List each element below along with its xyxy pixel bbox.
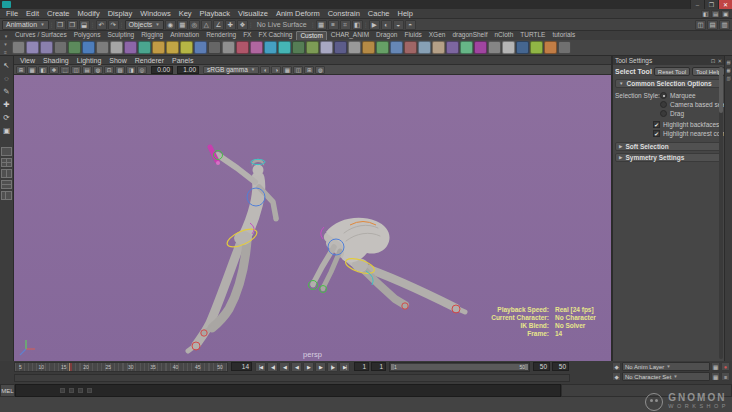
snap-icon[interactable]: ❖: [237, 20, 248, 30]
scale-tool-icon[interactable]: ▣: [1, 124, 13, 136]
character-set-icon[interactable]: ◆: [612, 372, 621, 381]
shelf-icon[interactable]: [418, 41, 431, 54]
workspace-icon[interactable]: ▣: [721, 10, 730, 18]
shelf-icon[interactable]: [54, 41, 67, 54]
command-line-language-toggle[interactable]: MEL: [0, 384, 15, 397]
layer-row-button[interactable]: ●: [721, 362, 730, 371]
section-symmetry-settings[interactable]: ▶ Symmetry Settings: [615, 153, 722, 162]
lasso-tool-icon[interactable]: ◌: [1, 72, 13, 84]
paint-select-tool-icon[interactable]: ✎: [1, 85, 13, 97]
go-to-start-button[interactable]: |◀: [255, 362, 266, 372]
viewport-toolbar-icon[interactable]: ◍: [93, 66, 103, 74]
snap-icon[interactable]: ◉: [165, 20, 176, 30]
tool-settings-header[interactable]: Tool Settings ⊡✕: [613, 56, 724, 65]
viewport-toolbar-icon[interactable]: ◧: [38, 66, 48, 74]
render-icon[interactable]: ◒: [393, 20, 404, 30]
timeline-track-strip[interactable]: [14, 374, 570, 382]
file-icon[interactable]: ❐: [67, 20, 78, 30]
shelf-tab-rendering[interactable]: Rendering: [203, 31, 239, 41]
reset-tool-button[interactable]: Reset Tool: [654, 67, 690, 76]
shelf-menu-column[interactable]: ▾ ≡: [1, 41, 10, 55]
radio-icon[interactable]: [660, 110, 667, 117]
playback-end-field[interactable]: 50: [533, 362, 550, 371]
menu-visualize[interactable]: Visualize: [234, 9, 272, 19]
snap-icon[interactable]: ∠: [213, 20, 224, 30]
panel-header-icon[interactable]: ✕: [717, 58, 722, 64]
checkbox-icon[interactable]: ✔: [653, 121, 660, 128]
sidebar-tab-icon[interactable]: ▦: [726, 67, 732, 73]
current-frame-marker[interactable]: [69, 363, 72, 371]
menu-windows[interactable]: Windows: [136, 9, 174, 19]
history-icon[interactable]: ◧: [352, 20, 363, 30]
shelf-tab-rigging[interactable]: Rigging: [138, 31, 166, 41]
shelf-icon[interactable]: [250, 41, 263, 54]
menu-display[interactable]: Display: [104, 9, 137, 19]
file-icon[interactable]: ⬓: [79, 20, 90, 30]
radio-icon[interactable]: [660, 101, 667, 108]
sidebar-tab-icon[interactable]: ▤: [726, 59, 732, 65]
shelf-tab-sculpting[interactable]: Sculpting: [104, 31, 137, 41]
shelf-icon[interactable]: [348, 41, 361, 54]
file-icon[interactable]: ❒: [55, 20, 66, 30]
viewport-toolbar-icon[interactable]: ▧: [115, 66, 125, 74]
shelf-tab-dragonshelf[interactable]: dragonShelf: [449, 31, 490, 41]
shelf-bars-icon[interactable]: ≡: [4, 49, 7, 55]
menu-constrain[interactable]: Constrain: [324, 9, 364, 19]
shelf-icon[interactable]: [306, 41, 319, 54]
exposure-field[interactable]: 0.00: [151, 66, 173, 74]
menu-modify[interactable]: Modify: [74, 9, 104, 19]
time-slider[interactable]: 5101520253035404550: [14, 362, 228, 372]
close-icon[interactable]: ✕: [718, 0, 732, 9]
playback-start-field[interactable]: 1: [371, 362, 386, 371]
tool-settings-scrollbar[interactable]: [719, 66, 723, 359]
sidebar-toggle-icon[interactable]: ▤: [707, 20, 718, 30]
shelf-tab-turtle[interactable]: TURTLE: [517, 31, 548, 41]
group-divider[interactable]: ⋮: [249, 20, 253, 30]
move-tool-icon[interactable]: ✚: [1, 98, 13, 110]
layer-row-button[interactable]: ≡: [721, 372, 730, 381]
section-common-selection-options[interactable]: ▼ Common Selection Options: [615, 79, 722, 88]
shelf-icon[interactable]: [26, 41, 39, 54]
panel-menu-show[interactable]: Show: [105, 56, 131, 65]
shelf-tab-menu-icon[interactable]: ▾: [1, 31, 11, 40]
render-icon[interactable]: ◐: [381, 20, 392, 30]
shelf-icon[interactable]: [460, 41, 473, 54]
shelf-icon[interactable]: [208, 41, 221, 54]
character-set-dropdown[interactable]: No Character Set▼: [622, 372, 710, 381]
viewport-toolbar-icon[interactable]: ◎: [137, 66, 147, 74]
shelf-tab-fx[interactable]: FX: [240, 31, 254, 41]
shelf-tab-char-anim[interactable]: CHAR_ANIM: [328, 31, 372, 41]
shelf-icon[interactable]: [12, 41, 25, 54]
shelf-tab-fx-caching[interactable]: FX Caching: [255, 31, 295, 41]
snap-icon[interactable]: ▦: [177, 20, 188, 30]
range-handle-right[interactable]: [525, 364, 528, 370]
shelf-icon[interactable]: [558, 41, 571, 54]
shelf-icon[interactable]: [82, 41, 95, 54]
viewport-toolbar-icon[interactable]: ▤: [82, 66, 92, 74]
panel-menu-renderer[interactable]: Renderer: [131, 56, 168, 65]
group-divider[interactable]: ⋮: [311, 20, 315, 30]
history-icon[interactable]: ▦: [316, 20, 327, 30]
shelf-icon[interactable]: [152, 41, 165, 54]
group-divider[interactable]: ⋮: [50, 20, 54, 30]
shelf-icon[interactable]: [362, 41, 375, 54]
shelf-icon[interactable]: [502, 41, 515, 54]
workspace-icon[interactable]: ▤: [711, 10, 720, 18]
shelf-icon[interactable]: [194, 41, 207, 54]
menu-create[interactable]: Create: [43, 9, 74, 19]
shelf-icon[interactable]: [96, 41, 109, 54]
shelf-tab-curves-surfaces[interactable]: Curves / Surfaces: [12, 31, 70, 41]
shelf-tab-ncloth[interactable]: nCloth: [491, 31, 516, 41]
shelf-icon[interactable]: [278, 41, 291, 54]
shelf-icon[interactable]: [390, 41, 403, 54]
step-back-key-button[interactable]: ◀|: [267, 362, 278, 372]
shelf-icon[interactable]: [376, 41, 389, 54]
shelf-icon[interactable]: [320, 41, 333, 54]
panel-menu-panels[interactable]: Panels: [168, 56, 197, 65]
range-slider-bar[interactable]: 1 50: [391, 364, 528, 370]
viewport-toolbar-icon[interactable]: ▦: [282, 66, 292, 74]
gamma-value-field[interactable]: 1.00: [177, 66, 199, 74]
sidebar-toggle-icon[interactable]: ◫: [695, 20, 706, 30]
viewport-toolbar-icon[interactable]: ◫: [71, 66, 81, 74]
snap-icon[interactable]: ◎: [189, 20, 200, 30]
